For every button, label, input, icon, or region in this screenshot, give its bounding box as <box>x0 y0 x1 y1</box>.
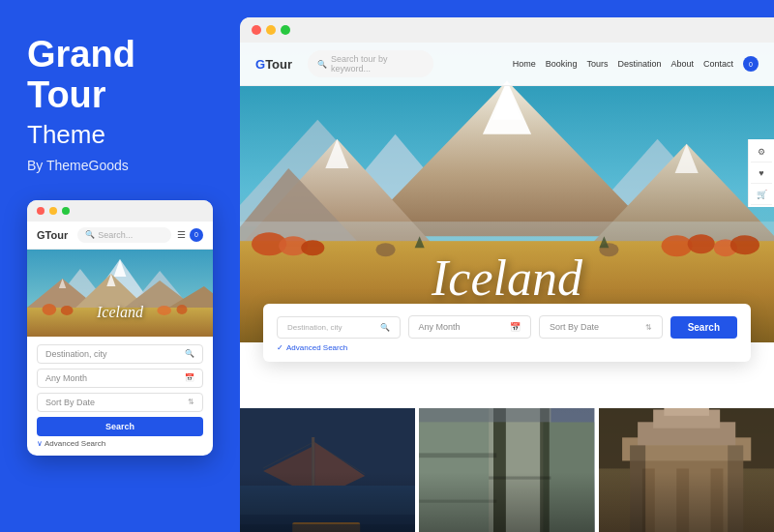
mini-search-icon: 🔍 <box>85 230 95 239</box>
sidebar-icon-heart[interactable]: ♥ <box>751 163 772 184</box>
site-nav-links: Home Booking Tours Destination About Con… <box>445 56 759 72</box>
mini-nav-icons: ☰ 0 <box>177 228 203 242</box>
mini-logo: GTour <box>37 229 68 241</box>
svg-point-15 <box>177 305 188 314</box>
mini-calendar-icon: 📅 <box>185 373 194 382</box>
north-america-overlay <box>240 472 415 532</box>
south-america-overlay <box>419 472 594 532</box>
mini-hero-text: Iceland <box>97 304 143 321</box>
browser-sidebar-icons: ⚙ ♥ 🛒 <box>748 139 774 207</box>
svg-point-34 <box>662 235 693 256</box>
brand-title-sub: Theme <box>27 120 213 150</box>
sort-arrows-icon: ⇅ <box>645 323 652 332</box>
mini-search-field-icon: 🔍 <box>185 349 194 358</box>
month-select[interactable]: Any Month 📅 <box>408 315 532 339</box>
destination-cards-row: North America <box>240 408 774 532</box>
site-logo: GTour <box>255 57 292 72</box>
advanced-checkmark: ✓ <box>277 343 283 352</box>
browser-content: GTour 🔍 Search tour by keyword... Home B… <box>240 43 774 532</box>
svg-rect-59 <box>419 453 496 458</box>
svg-rect-62 <box>419 408 594 422</box>
svg-point-33 <box>301 240 324 255</box>
hero-title: Iceland <box>389 253 624 304</box>
mini-form: Destination, city 🔍 Any Month 📅 Sort By … <box>27 337 213 456</box>
sidebar-icon-cart[interactable]: 🛒 <box>751 184 772 205</box>
dest-search-icon: 🔍 <box>380 323 390 332</box>
search-form-row: Destination, city 🔍 Any Month 📅 Sort By … <box>277 315 737 339</box>
mini-hero: Iceland <box>27 250 213 337</box>
mini-adv-chevron: ∨ <box>37 439 43 448</box>
dest-placeholder: Destination, city <box>287 323 342 332</box>
mini-cart-badge: 0 <box>190 228 203 242</box>
browser-window: GTour 🔍 Search tour by keyword... Home B… <box>240 17 774 532</box>
search-button[interactable]: Search <box>670 316 737 339</box>
month-placeholder: Any Month <box>419 322 461 332</box>
mini-dot-yellow <box>49 207 57 215</box>
site-search-bar[interactable]: 🔍 Search tour by keyword... <box>308 50 433 77</box>
nav-home[interactable]: Home <box>513 59 536 69</box>
mini-menu-icon: ☰ <box>177 229 186 240</box>
svg-point-35 <box>688 234 715 253</box>
nav-destination[interactable]: Destination <box>617 59 661 69</box>
advanced-search-link[interactable]: ✓ Advanced Search <box>277 343 737 352</box>
mini-destination-input[interactable]: Destination, city 🔍 <box>37 344 203 364</box>
mini-navbar: GTour 🔍 Search... ☰ 0 <box>27 222 213 250</box>
calendar-icon: 📅 <box>510 322 521 332</box>
brand-title-main: Grand Tour <box>27 35 213 116</box>
mini-search-button[interactable]: Search <box>37 417 203 436</box>
mini-hero-mountains-svg <box>27 250 213 337</box>
mini-preview-card: GTour 🔍 Search... ☰ 0 <box>27 200 213 456</box>
svg-point-37 <box>730 235 759 254</box>
mini-month-input[interactable]: Any Month 📅 <box>37 369 203 388</box>
sidebar-icon-settings[interactable]: ⚙ <box>751 141 772 163</box>
brand-title: Grand Tour Theme By ThemeGoods <box>27 35 213 200</box>
left-panel: Grand Tour Theme By ThemeGoods GTour 🔍 S… <box>0 0 240 532</box>
browser-dot-green <box>281 25 290 35</box>
mini-advanced-search[interactable]: ∨ Advanced Search <box>37 439 203 448</box>
nav-booking[interactable]: Booking <box>546 59 578 69</box>
mini-window-dots <box>27 200 213 222</box>
svg-point-13 <box>61 306 74 315</box>
mini-search-placeholder: Search... <box>98 230 133 240</box>
nav-contact[interactable]: Contact <box>703 59 733 69</box>
browser-dot-red <box>252 25 261 35</box>
mini-sort-icon: ⇅ <box>188 398 194 406</box>
site-search-icon: 🔍 <box>317 60 327 69</box>
destination-input[interactable]: Destination, city 🔍 <box>277 316 401 339</box>
site-search-placeholder: Search tour by keyword... <box>331 54 424 74</box>
browser-dot-yellow <box>266 25 276 35</box>
svg-rect-71 <box>664 408 709 416</box>
dest-card-north-america[interactable]: North America <box>240 408 415 532</box>
dest-card-south-america[interactable]: South America <box>419 408 594 532</box>
nav-about[interactable]: About <box>670 59 694 69</box>
sort-placeholder: Sort By Date <box>550 322 599 332</box>
mini-search-bar[interactable]: 🔍 Search... <box>77 227 171 243</box>
dest-card-asia[interactable]: Asia <box>599 408 774 532</box>
brand-by-line: By ThemeGoods <box>27 158 213 173</box>
svg-point-12 <box>43 304 57 315</box>
nav-tours[interactable]: Tours <box>586 59 608 69</box>
site-navbar: GTour 🔍 Search tour by keyword... Home B… <box>240 43 774 86</box>
mini-sort-input[interactable]: Sort By Date ⇅ <box>37 393 203 412</box>
mini-dot-green <box>62 207 70 215</box>
svg-point-14 <box>157 306 171 315</box>
mini-dot-red <box>37 207 45 215</box>
search-form: Destination, city 🔍 Any Month 📅 Sort By … <box>263 304 751 362</box>
browser-top-bar <box>240 17 774 43</box>
asia-overlay <box>599 472 774 532</box>
cart-icon[interactable]: 0 <box>743 56 759 72</box>
advanced-search-label: Advanced Search <box>286 343 347 352</box>
sort-select[interactable]: Sort By Date ⇅ <box>539 315 663 339</box>
